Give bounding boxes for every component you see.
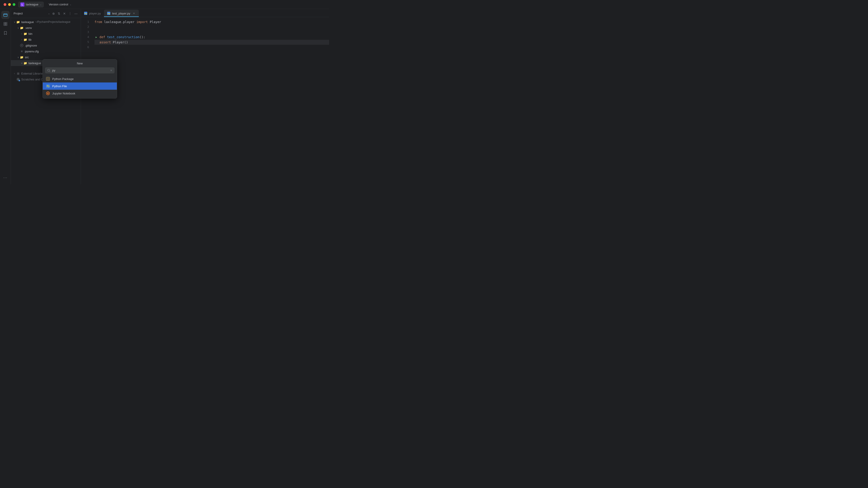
project-selector[interactable]: L laxleague ⌄ bbox=[18, 2, 44, 7]
chevron-root-icon: ∨ bbox=[13, 20, 16, 24]
tree-label-lib: lib bbox=[29, 38, 31, 41]
tree-item-gitignore[interactable]: ✕ .gitignore bbox=[11, 42, 81, 48]
tab-player-py[interactable]: Py player.py bbox=[81, 10, 104, 17]
run-button[interactable]: ▶ bbox=[94, 35, 98, 39]
code-line-5: assert Player() bbox=[94, 40, 329, 45]
project-chevron-icon: ⌄ bbox=[40, 3, 41, 6]
close-panel-icon[interactable]: ✕ bbox=[63, 11, 66, 16]
line-num-2: 2 bbox=[81, 24, 89, 29]
line-num-1: 1 bbox=[81, 20, 89, 24]
more-options-icon[interactable]: ⋮ bbox=[68, 11, 72, 16]
project-icon: L bbox=[20, 2, 24, 6]
new-popup-search-input[interactable] bbox=[52, 69, 108, 72]
project-panel: Project ⌄ ⊕ ⇅ ✕ ⋮ — ∨ 📁 laxleague ~/Pych… bbox=[11, 9, 81, 184]
svg-text:Py: Py bbox=[107, 12, 110, 15]
version-control-label: Version control bbox=[49, 3, 68, 6]
svg-rect-3 bbox=[4, 24, 5, 26]
popup-item-python-package[interactable]: Python Package bbox=[43, 75, 117, 83]
popup-items-list: Python Package Py Python File bbox=[43, 75, 117, 98]
minimize-window-button[interactable] bbox=[8, 3, 11, 6]
popup-item-python-package-label: Python Package bbox=[52, 77, 74, 80]
tree-label-src: src bbox=[25, 56, 29, 59]
sidebar-icons: ··· bbox=[0, 9, 11, 184]
tree-item-lib[interactable]: › 📁 lib bbox=[11, 37, 81, 42]
kw-import: import bbox=[136, 20, 148, 24]
line-num-4: 4 bbox=[81, 35, 89, 39]
svg-rect-2 bbox=[6, 22, 7, 24]
folder-icon bbox=[3, 13, 8, 17]
folder-src-icon: 📁 bbox=[20, 55, 24, 59]
search-icon bbox=[47, 69, 51, 72]
new-popup-search-bar[interactable]: ✕ bbox=[45, 67, 115, 73]
line-numbers: 1 2 3 4 5 6 bbox=[81, 20, 93, 182]
kw-assert: assert bbox=[99, 40, 111, 45]
scratch-icon: i ! bbox=[16, 77, 20, 81]
nm-laxleague-player: laxleague.player bbox=[102, 20, 136, 24]
new-popup-title: New bbox=[43, 59, 117, 66]
tab-close-icon[interactable]: ✕ bbox=[132, 11, 135, 15]
tree-label-bin: bin bbox=[29, 32, 32, 35]
sidebar-project-button[interactable] bbox=[1, 11, 9, 19]
maximize-window-button[interactable] bbox=[13, 3, 16, 6]
cfg-icon: ≡ bbox=[20, 50, 24, 53]
python-icon-player-tab: Py bbox=[84, 12, 87, 15]
titlebar: L laxleague ⌄ Version control ⌄ bbox=[0, 0, 329, 9]
fn-test-construction: test_construction bbox=[107, 35, 140, 39]
svg-rect-1 bbox=[4, 22, 5, 24]
tree-label-gitignore: .gitignore bbox=[25, 44, 37, 47]
nm-player: Player bbox=[148, 20, 161, 24]
main-layout: ··· Project ⌄ ⊕ ⇅ ✕ ⋮ — ∨ 📁 laxleague ~/… bbox=[0, 9, 329, 184]
python-file-svg: Py bbox=[46, 84, 50, 88]
chevron-venv-icon: ∨ bbox=[16, 26, 20, 30]
bookmark-icon bbox=[3, 31, 8, 35]
folder-bin-icon: 📁 bbox=[24, 32, 27, 35]
tree-item-pyvenv[interactable]: ≡ pyvenv.cfg bbox=[11, 48, 81, 54]
svg-text:Py: Py bbox=[85, 12, 87, 15]
chevron-src-icon: ∨ bbox=[16, 55, 20, 59]
project-title-chevron[interactable]: ⌄ bbox=[48, 12, 50, 15]
folder-laxleague-icon: 📁 bbox=[24, 61, 27, 65]
code-line-4: ▶ def test_construction (): bbox=[94, 35, 329, 39]
locate-icon[interactable]: ⊕ bbox=[52, 11, 55, 16]
tree-item-venv[interactable]: ∨ 📁 .venv bbox=[11, 25, 81, 31]
sidebar-bookmark-button[interactable] bbox=[1, 29, 9, 37]
line-num-3: 3 bbox=[81, 30, 89, 35]
search-clear-icon[interactable]: ✕ bbox=[110, 69, 112, 72]
ext-libs-icon: ⊞ bbox=[16, 72, 20, 75]
tree-label-root: laxleague bbox=[21, 20, 34, 24]
python-file-icon: Py bbox=[46, 84, 50, 88]
version-control-selector[interactable]: Version control ⌄ bbox=[46, 2, 74, 7]
code-line-3 bbox=[94, 30, 329, 35]
popup-item-python-file[interactable]: Py Python File bbox=[43, 83, 117, 90]
svg-rect-0 bbox=[4, 14, 7, 17]
tabs-bar: Py player.py Py test_player.py ✕ bbox=[81, 9, 329, 17]
project-name: laxleague bbox=[26, 3, 38, 6]
line-num-5: 5 bbox=[81, 40, 89, 45]
close-window-button[interactable] bbox=[4, 3, 6, 6]
python-icon-test-tab: Py bbox=[107, 12, 110, 15]
chevron-laxleague-icon: ∨ bbox=[20, 61, 24, 65]
kw-from: from bbox=[94, 20, 102, 24]
sidebar-bottom-icons: ··· bbox=[1, 173, 9, 184]
code-line-1: from laxleague.player import Player bbox=[94, 20, 329, 24]
new-popup: New ✕ Python Package bbox=[42, 59, 117, 98]
tree-item-bin[interactable]: › 📁 bin bbox=[11, 31, 81, 37]
minimize-panel-icon[interactable]: — bbox=[74, 11, 78, 16]
popup-item-python-file-label: Python File bbox=[52, 85, 67, 88]
tab-player-label: player.py bbox=[89, 12, 101, 15]
window-controls bbox=[4, 3, 16, 6]
project-header: Project ⌄ ⊕ ⇅ ✕ ⋮ — bbox=[11, 9, 81, 18]
tree-label-laxleague: laxleague bbox=[29, 61, 41, 65]
tree-item-root[interactable]: ∨ 📁 laxleague ~/PycharmProjects/laxleagu… bbox=[11, 19, 81, 25]
expand-collapse-icon[interactable]: ⇅ bbox=[57, 11, 61, 16]
folder-venv-icon: 📁 bbox=[20, 26, 24, 30]
sidebar-more-button[interactable]: ··· bbox=[1, 173, 9, 182]
sidebar-structure-button[interactable] bbox=[1, 20, 9, 28]
line-num-6: 6 bbox=[81, 45, 89, 50]
tab-test-label: test_player.py bbox=[112, 12, 130, 15]
code-line-6 bbox=[94, 45, 329, 50]
tab-test-player-py[interactable]: Py test_player.py ✕ bbox=[104, 10, 139, 17]
code-content[interactable]: from laxleague.player import Player ▶ de… bbox=[93, 20, 329, 182]
popup-item-jupyter[interactable]: Jupyter Notebook bbox=[43, 90, 117, 97]
nm-player-call: Player() bbox=[111, 40, 128, 45]
